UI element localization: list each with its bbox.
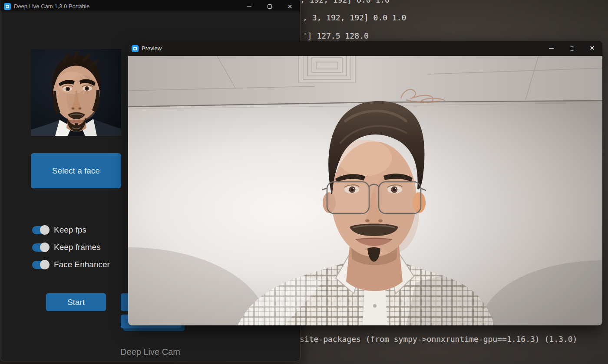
main-window-title: Deep Live Cam 1.3.0 Portable: [14, 3, 89, 10]
toggle-label: Keep frames: [54, 243, 101, 252]
preview-window-title: Preview: [142, 45, 162, 52]
close-icon: ✕: [589, 45, 595, 52]
toggle-knob: [40, 243, 50, 252]
close-button[interactable]: ✕: [280, 0, 300, 13]
terminal-output-line: site-packages (from sympy->onnxruntime-g…: [300, 334, 577, 344]
toggle-keep-frames[interactable]: Keep frames: [32, 242, 101, 253]
window-controls: ✕: [541, 41, 602, 56]
preview-titlebar[interactable]: Preview ✕: [128, 41, 602, 56]
minimize-icon: [549, 48, 554, 49]
close-icon: ✕: [287, 3, 293, 10]
webcam-frame: [128, 56, 602, 325]
desktop: , 192, 192] 0.0 1.0 , 3, 192, 192] 0.0 1…: [0, 0, 608, 364]
maximize-icon: [570, 46, 574, 51]
main-window-titlebar[interactable]: Deep Live Cam 1.3.0 Portable ✕: [0, 0, 300, 13]
toggle-keep-fps[interactable]: Keep fps: [32, 225, 86, 235]
maximize-icon: [268, 4, 272, 9]
toggle-switch-icon[interactable]: [32, 243, 49, 252]
start-button[interactable]: Start: [46, 293, 106, 311]
deep-live-cam-app-icon: [132, 45, 139, 52]
select-face-button[interactable]: Select a face: [31, 153, 121, 188]
preview-window: Preview ✕: [128, 41, 602, 325]
source-face-image: [31, 49, 121, 136]
minimize-button[interactable]: [541, 41, 562, 56]
toggle-face-enhancer[interactable]: Face Enhancer: [32, 259, 110, 270]
terminal-output-line: '] 127.5 128.0: [303, 31, 369, 40]
minimize-icon: [247, 6, 251, 7]
close-button[interactable]: ✕: [582, 41, 602, 56]
minimize-button[interactable]: [239, 0, 259, 13]
webcam-preview-image: [128, 56, 602, 325]
toggle-switch-icon[interactable]: [32, 226, 49, 234]
terminal-output-line: , 3, 192, 192] 0.0 1.0: [303, 13, 406, 22]
toggle-knob: [40, 225, 50, 235]
maximize-button[interactable]: [562, 41, 582, 56]
toggle-label: Keep fps: [54, 225, 86, 235]
toggle-switch-icon[interactable]: [32, 261, 49, 269]
source-face-portrait: [31, 49, 121, 136]
toggle-label: Face Enhancer: [54, 260, 110, 269]
footer-label: Deep Live Cam: [0, 347, 300, 357]
deep-live-cam-app-icon: [4, 3, 11, 10]
window-controls: ✕: [239, 0, 300, 13]
toggle-knob: [40, 260, 50, 269]
terminal-output-line: , 192, 192] 0.0 1.0: [300, 0, 390, 4]
maximize-button[interactable]: [259, 0, 280, 13]
